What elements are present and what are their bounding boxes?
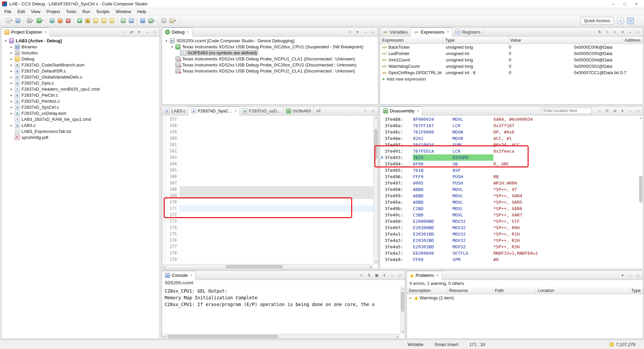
minimize-icon[interactable]: –	[389, 272, 395, 278]
line-number[interactable]: 167	[166, 180, 180, 186]
code-line[interactable]: 157 //	[162, 116, 373, 122]
view-menu-icon[interactable]: ▾	[382, 272, 387, 278]
tree-item[interactable]: spruhm8g.pdf	[1, 134, 160, 140]
debug-tree-item[interactable]: ▾ Texas Instruments XDS2xx USB Debug Pro…	[162, 44, 378, 50]
line-number[interactable]: 162	[166, 148, 180, 154]
disassembly-line[interactable]: 3fe48a: 767FF167 LCR 0x3ff167	[380, 122, 643, 129]
menu-item[interactable]: Help	[134, 8, 149, 15]
menu-item[interactable]: Edit	[14, 8, 28, 15]
expander-icon[interactable]: ▸	[9, 69, 14, 73]
toolbar-button[interactable]	[109, 17, 115, 24]
scrollbar-thumb[interactable]	[639, 176, 642, 203]
toolbar-button[interactable]: ▾	[26, 17, 34, 24]
code-line[interactable]: 162 //	[162, 148, 373, 154]
code-line[interactable]: 178 //	[162, 250, 373, 256]
expander-icon[interactable]: ▸	[9, 57, 14, 61]
line-number[interactable]: 165	[166, 167, 180, 173]
dropdown-arrow-icon[interactable]: ▾	[32, 19, 34, 22]
disassembly-line[interactable]: 3fe497: 0005 PUSH AR1H:AR0H	[380, 180, 643, 186]
horizontal-scrollbar[interactable]: ◂ ▸	[162, 334, 400, 339]
tree-item[interactable]: ▸ F2837xD_DefaultISR.c	[1, 68, 160, 74]
tree-item[interactable]: ▸ F2837xD_Headers_nonBIOS_cpu1.cmd	[1, 86, 160, 92]
tab-close-icon[interactable]: ×	[190, 273, 192, 277]
column-header[interactable]: Location	[536, 287, 629, 294]
scroll-up-arrow[interactable]: ▴	[639, 115, 643, 120]
line-number[interactable]: 168	[166, 186, 180, 193]
dropdown-arrow-icon[interactable]: ▾	[154, 19, 155, 22]
disassembly-line[interactable]: 3fe499: A8BD MOVL *SP++, XAR4	[380, 193, 643, 199]
editor-tab[interactable]: F2837xD_SysC... ×	[189, 106, 239, 115]
expression-row[interactable]: LedPointer unsigned int 0 0x0000C000@Dat…	[380, 50, 643, 57]
disassembly-line[interactable]: 3fe488: 8F000034 MOVL XAR4, #0x000034	[380, 116, 643, 122]
disassembly-line[interactable]: 3fe49c: C3BD MOVL *SP++, XAR7	[380, 212, 643, 218]
code-line[interactable]: 168 #ifdef _LAUNCHXL_F28379D	[162, 186, 373, 193]
disassembly-line[interactable]: 3fe49b: C2BD MOVL *SP++, XAR6	[380, 205, 643, 212]
line-number[interactable]: 176	[166, 237, 180, 244]
console-output[interactable]: C28xx_CPU1: GEL Output:Memory Map Initia…	[162, 286, 405, 339]
code-line[interactable]: 174 #endif // CPU1	[162, 225, 373, 231]
maximize-icon[interactable]: □	[152, 29, 157, 35]
tree-item[interactable]: ▸ F2837xD_GlobalVariableDefs.c	[1, 74, 160, 80]
debug-tree-item[interactable]: ▾ SDS200i.ccxml [Code Composer Studio - …	[162, 38, 378, 44]
menu-item[interactable]: Run	[79, 8, 93, 15]
tab-close-icon[interactable]: ×	[446, 30, 449, 34]
scroll-up-arrow[interactable]: ▴	[400, 286, 405, 291]
tree-item[interactable]: ▸ F2837xD_PieVect.c	[1, 98, 160, 104]
tree-item[interactable]: ▸ Binaries	[1, 44, 160, 50]
scrollbar-thumb[interactable]	[226, 265, 283, 268]
tab-close-icon[interactable]: ×	[44, 30, 46, 34]
tab-debug[interactable]: Debug ×	[162, 28, 193, 37]
expander-icon[interactable]: ▸	[9, 99, 14, 103]
disassembly-line[interactable]: 3fe48c: 761F0000 MOVW DP, #0x0	[380, 129, 643, 135]
scrollbar-thumb[interactable]	[401, 292, 404, 312]
close-button[interactable]: ×	[631, 0, 642, 8]
debug-tree-item[interactable]: Texas Instruments XDS2xx USB Debug Probe…	[162, 62, 378, 68]
tab-console[interactable]: Console ×	[162, 271, 196, 280]
line-number[interactable]: 166	[166, 173, 180, 180]
add-expression-icon[interactable]: +	[604, 29, 610, 35]
scroll-right-arrow[interactable]: ▸	[369, 264, 373, 269]
minimize-icon[interactable]: –	[628, 29, 633, 35]
disassembly-line[interactable]: 3fe48f: 56410034 SUBL @0x34, ACC	[380, 142, 643, 148]
view-menu-icon[interactable]: ▾	[620, 272, 625, 278]
expander-icon[interactable]: ▸	[9, 111, 14, 115]
line-number[interactable]: 169	[166, 193, 180, 199]
toolbar-button[interactable]	[65, 17, 71, 24]
tab-close-icon[interactable]: ×	[416, 109, 419, 113]
tree-item[interactable]: ▸ F2837xD_PieCtrl.c	[1, 92, 160, 98]
expander-icon[interactable]: ▾	[170, 45, 174, 49]
toolbar-button[interactable]	[140, 17, 146, 24]
remove-expression-icon[interactable]: ×	[612, 29, 618, 35]
expander-icon[interactable]: ▾	[164, 39, 169, 43]
minimize-icon[interactable]: –	[363, 108, 368, 113]
tab-close-icon[interactable]: ×	[186, 30, 189, 34]
toolbar-button[interactable]	[101, 17, 107, 24]
disassembly-line[interactable]: 3fe49f: E20300BD MOV32 *SP++, R0H	[380, 225, 643, 231]
disassembly-line[interactable]: 3fe498: ABBD MOVL *SP++, XT	[380, 186, 643, 193]
tree-item[interactable]: ▸ F2837xD_SysCtrl.c	[1, 104, 160, 110]
code-line[interactable]: 160 // Defined options to be passed as a…	[162, 135, 373, 142]
toolbar-button[interactable]	[76, 17, 83, 24]
toolbar-button[interactable]	[128, 17, 135, 24]
code-line[interactable]: 166 // PLLSYSCLK = (XTAL_OSC) * (IMULT +…	[162, 173, 373, 180]
scrollbar-thumb[interactable]	[374, 129, 377, 159]
line-number[interactable]: 173	[166, 218, 180, 225]
code-editor[interactable]: 157 // 158 // Initialize the PLL control…	[162, 115, 378, 269]
tree-item[interactable]: ▸ F2837xD_Gpio.c	[1, 80, 160, 86]
line-number[interactable]: 171	[166, 205, 180, 212]
tree-item[interactable]: ▸ Debug	[1, 56, 160, 62]
scroll-left-arrow[interactable]: ◂	[162, 264, 167, 269]
toolbar-button[interactable]: ▾	[148, 17, 156, 24]
scroll-left-arrow[interactable]: ◂	[162, 334, 167, 339]
line-number[interactable]: 179	[166, 256, 180, 263]
debug-tree-item[interactable]: Texas Instruments XDS2xx USB Debug Probe…	[162, 68, 378, 74]
toolbar-button[interactable]	[161, 17, 167, 24]
toolbar-button[interactable]: ▾	[36, 17, 44, 24]
home-icon[interactable]: ⌂	[597, 108, 602, 113]
maximize-icon[interactable]: □	[635, 29, 641, 35]
disassembly-line[interactable]: 3fe4a3: E20302BD MOV32 *SP++, R2H	[380, 237, 643, 244]
line-number[interactable]: 174	[166, 225, 180, 231]
dropdown-arrow-icon[interactable]: ▾	[42, 19, 43, 22]
link-icon[interactable]: ⇄	[612, 108, 618, 113]
tab-overflow-indicator[interactable]: »2	[314, 108, 323, 113]
